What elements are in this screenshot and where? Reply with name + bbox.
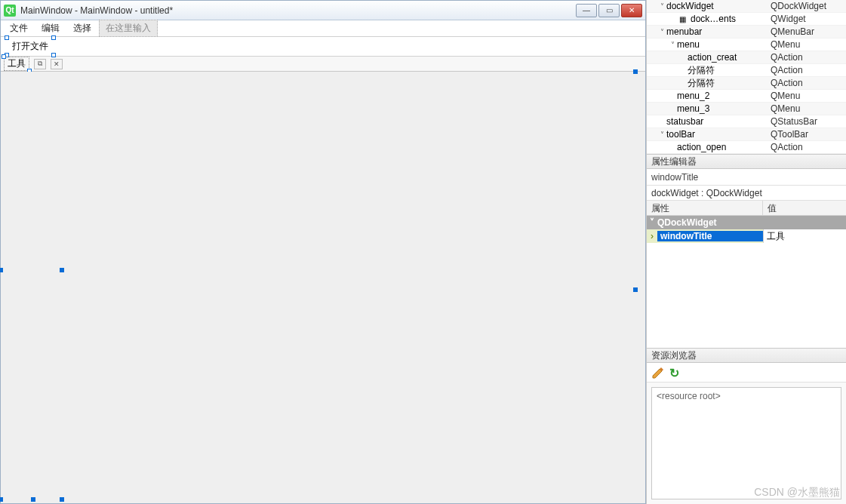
object-class: QAction <box>771 52 846 63</box>
object-class: QWidget <box>771 14 846 24</box>
object-name: 分隔符 <box>688 77 715 90</box>
object-class: QMenu <box>771 39 846 50</box>
tree-row[interactable]: ˅dockWidgetQDockWidget <box>647 0 846 13</box>
property-object-label: dockWidget : QDockWidget <box>647 186 846 201</box>
chevron-down-icon: ˅ <box>650 217 654 228</box>
minimize-button[interactable]: — <box>576 4 597 17</box>
tree-row[interactable]: ˅menubarQMenuBar <box>647 26 846 38</box>
watermark: CSDN @水墨熊猫 <box>754 486 840 499</box>
resource-toolbar: ↻ <box>647 363 846 383</box>
object-class: QMenu <box>771 103 846 114</box>
property-name: windowTitle <box>657 231 763 241</box>
object-class: QMenu <box>771 91 846 101</box>
property-columns: 属性 值 <box>647 201 846 216</box>
menu-file[interactable]: 文件 <box>4 20 34 36</box>
object-name: dockWidget <box>666 1 714 11</box>
design-window: Qt MainWindow - MainWindow - untitled* —… <box>0 0 646 504</box>
window-title: MainWindow - MainWindow - untitled* <box>20 5 576 16</box>
object-class: QMenuBar <box>771 26 846 37</box>
object-class: QAction <box>771 78 846 88</box>
property-value[interactable]: 工具 <box>763 229 846 243</box>
object-inspector[interactable]: ˅dockWidgetQDockWidget▦dock…entsQWidget˅… <box>647 0 846 154</box>
object-name: statusbar <box>666 116 703 127</box>
property-editor-header: 属性编辑器 <box>647 154 846 169</box>
right-panel: ˅dockWidgetQDockWidget▦dock…entsQWidget˅… <box>646 0 846 504</box>
expand-icon[interactable]: ˅ <box>657 2 666 11</box>
object-name: menu_2 <box>677 91 709 101</box>
tree-row[interactable]: 分隔符QAction <box>647 77 846 90</box>
reload-icon[interactable]: ↻ <box>669 366 683 380</box>
tree-row[interactable]: statusbarQStatusBar <box>647 115 846 128</box>
resource-browser-header: 资源浏览器 <box>647 348 846 363</box>
titlebar[interactable]: Qt MainWindow - MainWindow - untitled* —… <box>1 1 645 20</box>
tree-row[interactable]: action_creatQAction <box>647 51 846 64</box>
tree-row[interactable]: action_openQAction <box>647 141 846 154</box>
object-name: menubar <box>666 26 702 37</box>
object-class: QAction <box>771 65 846 75</box>
property-filter-input[interactable]: windowTitle <box>647 169 846 186</box>
dock-widget-header: 工具 ⧉ ✕ <box>1 57 645 72</box>
dock-close-button[interactable]: ✕ <box>51 59 63 69</box>
action-open-file[interactable]: 打开文件 <box>7 38 54 55</box>
object-class: QToolBar <box>771 129 846 140</box>
close-button[interactable]: ✕ <box>621 4 642 17</box>
object-class: QStatusBar <box>771 116 846 127</box>
expand-icon[interactable]: ˅ <box>657 131 666 139</box>
expand-icon[interactable]: ˅ <box>657 28 666 36</box>
dock-float-button[interactable]: ⧉ <box>34 59 46 69</box>
tree-row[interactable]: ˅toolBarQToolBar <box>647 128 846 141</box>
maximize-button[interactable]: ▭ <box>598 4 620 17</box>
object-name: action_open <box>677 142 726 152</box>
toolbar: 打开文件 <box>1 37 645 57</box>
tree-row[interactable]: 分隔符QAction <box>647 64 846 77</box>
object-name: menu_3 <box>677 103 709 114</box>
property-group[interactable]: ˅ QDockWidget <box>647 216 846 229</box>
tree-row[interactable]: menu_3QMenu <box>647 103 846 115</box>
edit-icon[interactable] <box>651 366 665 380</box>
object-name: dock…ents <box>691 14 736 24</box>
object-name: toolBar <box>666 129 695 140</box>
chevron-right-icon: › <box>647 231 657 241</box>
form-canvas[interactable] <box>1 72 645 503</box>
resource-tree[interactable]: <resource root> <box>651 387 841 499</box>
dock-title[interactable]: 工具 <box>4 57 29 71</box>
action-open-label: 打开文件 <box>12 41 48 51</box>
tree-row[interactable]: ˅menuQMenu <box>647 38 846 51</box>
col-name: 属性 <box>647 201 763 215</box>
object-name: 分隔符 <box>688 64 715 77</box>
expand-icon[interactable]: ˅ <box>668 41 677 49</box>
widget-icon: ▦ <box>677 14 688 23</box>
menu-select[interactable]: 选择 <box>67 20 97 36</box>
object-class: QDockWidget <box>771 1 846 11</box>
tree-row[interactable]: menu_2QMenu <box>647 90 846 103</box>
object-name: menu <box>677 39 700 50</box>
property-row-windowtitle[interactable]: › windowTitle 工具 <box>647 229 846 243</box>
menu-type-here[interactable]: 在这里输入 <box>99 20 158 37</box>
object-name: action_creat <box>688 52 737 63</box>
qt-icon: Qt <box>4 5 16 17</box>
object-class: QAction <box>771 142 846 152</box>
menubar: 文件 编辑 选择 在这里输入 <box>1 20 645 37</box>
tree-row[interactable]: ▦dock…entsQWidget <box>647 13 846 26</box>
col-value: 值 <box>763 201 846 215</box>
menu-edit[interactable]: 编辑 <box>35 20 66 36</box>
